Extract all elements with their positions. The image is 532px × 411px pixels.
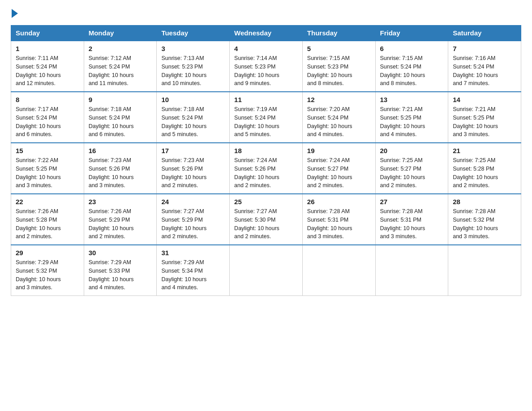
calendar-cell: 21Sunrise: 7:25 AMSunset: 5:28 PMDayligh… bbox=[448, 143, 521, 194]
day-number: 31 bbox=[161, 249, 225, 257]
day-number: 23 bbox=[89, 198, 152, 206]
day-number: 29 bbox=[16, 249, 79, 257]
day-number: 24 bbox=[161, 198, 225, 206]
day-info: Sunrise: 7:21 AMSunset: 5:25 PMDaylight:… bbox=[453, 105, 516, 139]
day-number: 22 bbox=[16, 198, 79, 206]
header-cell-sunday: Sunday bbox=[11, 26, 84, 41]
calendar-cell: 3Sunrise: 7:13 AMSunset: 5:23 PMDaylight… bbox=[157, 41, 230, 92]
header-cell-wednesday: Wednesday bbox=[230, 26, 303, 41]
page-header bbox=[11, 11, 521, 18]
day-number: 2 bbox=[89, 45, 152, 52]
day-info: Sunrise: 7:23 AMSunset: 5:26 PMDaylight:… bbox=[89, 156, 152, 190]
day-info: Sunrise: 7:26 AMSunset: 5:28 PMDaylight:… bbox=[16, 207, 79, 241]
calendar-week-4: 22Sunrise: 7:26 AMSunset: 5:28 PMDayligh… bbox=[11, 194, 521, 245]
day-number: 26 bbox=[307, 198, 371, 206]
calendar-cell: 7Sunrise: 7:16 AMSunset: 5:24 PMDaylight… bbox=[448, 41, 521, 92]
calendar-cell: 14Sunrise: 7:21 AMSunset: 5:25 PMDayligh… bbox=[448, 92, 521, 143]
calendar-cell: 18Sunrise: 7:24 AMSunset: 5:26 PMDayligh… bbox=[230, 143, 303, 194]
header-cell-thursday: Thursday bbox=[302, 26, 375, 41]
calendar-cell bbox=[302, 245, 375, 296]
calendar-cell: 28Sunrise: 7:28 AMSunset: 5:32 PMDayligh… bbox=[448, 194, 521, 245]
day-info: Sunrise: 7:26 AMSunset: 5:29 PMDaylight:… bbox=[89, 207, 152, 241]
day-number: 30 bbox=[89, 249, 152, 257]
day-info: Sunrise: 7:20 AMSunset: 5:24 PMDaylight:… bbox=[307, 105, 371, 139]
day-info: Sunrise: 7:28 AMSunset: 5:32 PMDaylight:… bbox=[453, 207, 516, 241]
calendar-cell: 15Sunrise: 7:22 AMSunset: 5:25 PMDayligh… bbox=[11, 143, 84, 194]
calendar-header-row: SundayMondayTuesdayWednesdayThursdayFrid… bbox=[11, 26, 521, 41]
day-number: 18 bbox=[234, 147, 298, 154]
day-info: Sunrise: 7:15 AMSunset: 5:24 PMDaylight:… bbox=[380, 54, 444, 88]
header-cell-tuesday: Tuesday bbox=[157, 26, 230, 41]
day-info: Sunrise: 7:28 AMSunset: 5:31 PMDaylight:… bbox=[380, 207, 444, 241]
calendar-cell: 2Sunrise: 7:12 AMSunset: 5:24 PMDaylight… bbox=[84, 41, 157, 92]
day-number: 4 bbox=[234, 45, 298, 52]
day-info: Sunrise: 7:24 AMSunset: 5:26 PMDaylight:… bbox=[234, 156, 298, 190]
day-number: 27 bbox=[380, 198, 444, 206]
calendar-cell: 6Sunrise: 7:15 AMSunset: 5:24 PMDaylight… bbox=[375, 41, 448, 92]
calendar-cell: 11Sunrise: 7:19 AMSunset: 5:24 PMDayligh… bbox=[230, 92, 303, 143]
day-info: Sunrise: 7:21 AMSunset: 5:25 PMDaylight:… bbox=[380, 105, 444, 139]
day-number: 8 bbox=[16, 96, 79, 103]
calendar-cell: 24Sunrise: 7:27 AMSunset: 5:29 PMDayligh… bbox=[157, 194, 230, 245]
day-info: Sunrise: 7:13 AMSunset: 5:23 PMDaylight:… bbox=[161, 54, 225, 88]
day-info: Sunrise: 7:12 AMSunset: 5:24 PMDaylight:… bbox=[89, 54, 152, 88]
day-number: 7 bbox=[453, 45, 516, 52]
calendar-cell: 27Sunrise: 7:28 AMSunset: 5:31 PMDayligh… bbox=[375, 194, 448, 245]
calendar-cell: 16Sunrise: 7:23 AMSunset: 5:26 PMDayligh… bbox=[84, 143, 157, 194]
calendar-cell: 19Sunrise: 7:24 AMSunset: 5:27 PMDayligh… bbox=[302, 143, 375, 194]
calendar-cell: 20Sunrise: 7:25 AMSunset: 5:27 PMDayligh… bbox=[375, 143, 448, 194]
day-info: Sunrise: 7:18 AMSunset: 5:24 PMDaylight:… bbox=[89, 105, 152, 139]
day-number: 11 bbox=[234, 96, 298, 103]
calendar-cell: 13Sunrise: 7:21 AMSunset: 5:25 PMDayligh… bbox=[375, 92, 448, 143]
day-number: 19 bbox=[307, 147, 371, 154]
day-number: 20 bbox=[380, 147, 444, 154]
day-info: Sunrise: 7:14 AMSunset: 5:23 PMDaylight:… bbox=[234, 54, 298, 88]
day-info: Sunrise: 7:24 AMSunset: 5:27 PMDaylight:… bbox=[307, 156, 371, 190]
calendar-cell: 17Sunrise: 7:23 AMSunset: 5:26 PMDayligh… bbox=[157, 143, 230, 194]
calendar-cell: 10Sunrise: 7:18 AMSunset: 5:24 PMDayligh… bbox=[157, 92, 230, 143]
day-number: 1 bbox=[16, 45, 79, 52]
calendar-cell: 31Sunrise: 7:29 AMSunset: 5:34 PMDayligh… bbox=[157, 245, 230, 296]
day-number: 10 bbox=[161, 96, 225, 103]
calendar-cell: 23Sunrise: 7:26 AMSunset: 5:29 PMDayligh… bbox=[84, 194, 157, 245]
calendar-cell: 12Sunrise: 7:20 AMSunset: 5:24 PMDayligh… bbox=[302, 92, 375, 143]
calendar-cell: 4Sunrise: 7:14 AMSunset: 5:23 PMDaylight… bbox=[230, 41, 303, 92]
day-info: Sunrise: 7:11 AMSunset: 5:24 PMDaylight:… bbox=[16, 54, 79, 88]
day-number: 17 bbox=[161, 147, 225, 154]
day-info: Sunrise: 7:29 AMSunset: 5:33 PMDaylight:… bbox=[89, 258, 152, 292]
day-info: Sunrise: 7:28 AMSunset: 5:31 PMDaylight:… bbox=[307, 207, 371, 241]
day-info: Sunrise: 7:19 AMSunset: 5:24 PMDaylight:… bbox=[234, 105, 298, 139]
calendar-week-3: 15Sunrise: 7:22 AMSunset: 5:25 PMDayligh… bbox=[11, 143, 521, 194]
calendar-cell: 5Sunrise: 7:15 AMSunset: 5:23 PMDaylight… bbox=[302, 41, 375, 92]
day-info: Sunrise: 7:17 AMSunset: 5:24 PMDaylight:… bbox=[16, 105, 79, 139]
calendar-cell: 26Sunrise: 7:28 AMSunset: 5:31 PMDayligh… bbox=[302, 194, 375, 245]
calendar-week-1: 1Sunrise: 7:11 AMSunset: 5:24 PMDaylight… bbox=[11, 41, 521, 92]
day-number: 9 bbox=[89, 96, 152, 103]
day-info: Sunrise: 7:22 AMSunset: 5:25 PMDaylight:… bbox=[16, 156, 79, 190]
day-info: Sunrise: 7:29 AMSunset: 5:34 PMDaylight:… bbox=[161, 258, 225, 292]
header-cell-saturday: Saturday bbox=[448, 26, 521, 41]
logo bbox=[11, 11, 18, 18]
day-info: Sunrise: 7:18 AMSunset: 5:24 PMDaylight:… bbox=[161, 105, 225, 139]
header-cell-friday: Friday bbox=[375, 26, 448, 41]
day-number: 5 bbox=[307, 45, 371, 52]
calendar-body: 1Sunrise: 7:11 AMSunset: 5:24 PMDaylight… bbox=[11, 41, 521, 296]
day-number: 16 bbox=[89, 147, 152, 154]
logo-arrow-icon bbox=[12, 9, 18, 18]
day-number: 14 bbox=[453, 96, 516, 103]
day-number: 28 bbox=[453, 198, 516, 206]
day-info: Sunrise: 7:16 AMSunset: 5:24 PMDaylight:… bbox=[453, 54, 516, 88]
day-info: Sunrise: 7:27 AMSunset: 5:30 PMDaylight:… bbox=[234, 207, 298, 241]
calendar-cell: 29Sunrise: 7:29 AMSunset: 5:32 PMDayligh… bbox=[11, 245, 84, 296]
day-number: 12 bbox=[307, 96, 371, 103]
day-number: 21 bbox=[453, 147, 516, 154]
day-number: 13 bbox=[380, 96, 444, 103]
day-info: Sunrise: 7:23 AMSunset: 5:26 PMDaylight:… bbox=[161, 156, 225, 190]
calendar-cell: 30Sunrise: 7:29 AMSunset: 5:33 PMDayligh… bbox=[84, 245, 157, 296]
day-number: 6 bbox=[380, 45, 444, 52]
day-info: Sunrise: 7:25 AMSunset: 5:27 PMDaylight:… bbox=[380, 156, 444, 190]
header-cell-monday: Monday bbox=[84, 26, 157, 41]
day-info: Sunrise: 7:25 AMSunset: 5:28 PMDaylight:… bbox=[453, 156, 516, 190]
calendar-cell: 8Sunrise: 7:17 AMSunset: 5:24 PMDaylight… bbox=[11, 92, 84, 143]
calendar-cell bbox=[230, 245, 303, 296]
